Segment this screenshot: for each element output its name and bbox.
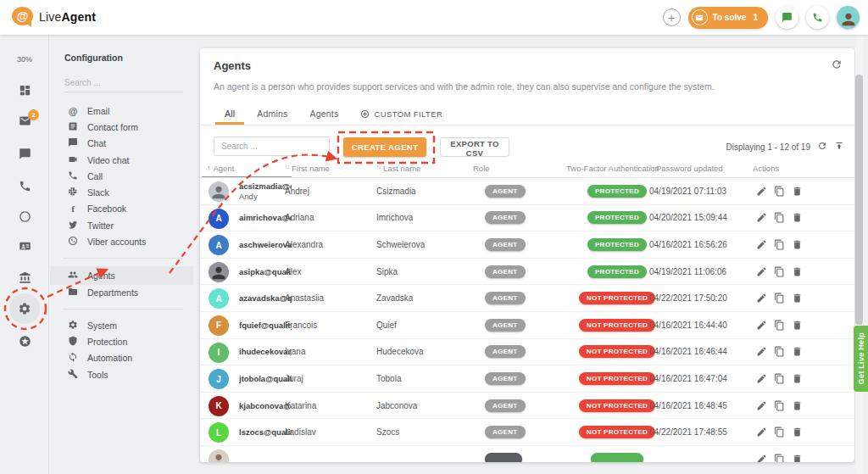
tab-custom-filter[interactable]: CUSTOM FILTER — [349, 103, 453, 125]
user-avatar[interactable] — [837, 6, 860, 29]
edit-agent-button[interactable] — [756, 186, 767, 197]
sidebar-item-email[interactable]: @Email — [50, 103, 193, 119]
sidebar-item-protection[interactable]: Protection — [50, 333, 193, 349]
duplicate-agent-button[interactable] — [774, 373, 785, 384]
delete-agent-button[interactable] — [792, 346, 803, 357]
table-row[interactable]: acsizmadia@qual,AndyAndrejCsizmadiaAGENT… — [200, 178, 854, 205]
duplicate-agent-button[interactable] — [774, 454, 785, 462]
column-header-password-updated[interactable]: ↑↓Password updated — [649, 164, 723, 173]
configuration-gear-button[interactable] — [9, 293, 40, 324]
table-row[interactable]: Llszocs@qualityunLadislavSzocsAGENTNOT P… — [200, 419, 854, 446]
duplicate-agent-button[interactable] — [774, 186, 785, 197]
column-header-last-name[interactable]: ↑↓Last name — [376, 164, 420, 173]
delete-agent-button[interactable] — [792, 400, 803, 411]
sidebar-item-facebook[interactable]: fFacebook — [50, 201, 193, 217]
tab-all[interactable]: All — [214, 103, 246, 125]
agent-email: asipka@qualityun — [239, 259, 292, 285]
sidebar-item-automation[interactable]: Automation — [50, 350, 193, 366]
sidebar-item-system[interactable]: System — [50, 317, 193, 333]
duplicate-agent-button[interactable] — [774, 346, 785, 357]
column-header-first-name[interactable]: ↑↓First name — [285, 164, 330, 173]
academy-icon[interactable] — [0, 271, 49, 284]
edit-agent-button[interactable] — [756, 239, 767, 250]
sidebar-item-label: Twitter — [87, 220, 114, 231]
table-row[interactable]: Kkjabconova@qualKatarinaJabconovaAGENTNO… — [200, 393, 854, 420]
sidebar-item-tools[interactable]: Tools — [50, 366, 193, 382]
duplicate-agent-button[interactable] — [774, 266, 785, 277]
duplicate-agent-button[interactable] — [774, 239, 785, 250]
customers-card-icon[interactable] — [0, 239, 49, 252]
sidebar-item-label: Agents — [87, 270, 115, 281]
delete-agent-button[interactable] — [792, 320, 803, 331]
chats-rail-icon[interactable] — [0, 148, 49, 160]
dashboard-icon[interactable] — [0, 84, 49, 97]
add-new-button[interactable]: + — [663, 8, 681, 26]
edit-agent-button[interactable] — [756, 266, 767, 277]
table-row[interactable]: asipka@qualityunAlexSipkaAGENTPROTECTED0… — [200, 259, 854, 286]
delete-agent-button[interactable] — [792, 212, 803, 223]
tab-agents[interactable]: Agents — [299, 103, 350, 125]
duplicate-agent-button[interactable] — [774, 293, 785, 304]
tickets-icon[interactable]: 2 — [0, 114, 49, 127]
table-row[interactable]: Iihudecekova@quIvanaHudecekovaAGENTNOT P… — [200, 339, 854, 366]
sidebar-item-call[interactable]: Call — [50, 168, 193, 184]
status-circle-icon[interactable] — [0, 210, 49, 223]
export-csv-button[interactable]: EXPORT TO CSV — [440, 137, 509, 157]
table-row[interactable]: Jjtobola@qualityurJurajTobolaAGENTNOT PR… — [200, 365, 854, 393]
table-row[interactable] — [200, 446, 854, 462]
duplicate-agent-button[interactable] — [774, 427, 785, 438]
delete-agent-button[interactable] — [792, 427, 803, 438]
sidebar-item-video-chat[interactable]: Video chat — [50, 152, 193, 168]
edit-agent-button[interactable] — [756, 373, 767, 384]
edit-agent-button[interactable] — [756, 454, 767, 462]
configuration-title: Configuration — [64, 53, 193, 63]
page-scrollbar-thumb[interactable] — [855, 75, 863, 325]
edit-agent-button[interactable] — [756, 320, 767, 331]
table-refresh-icon[interactable] — [817, 139, 827, 154]
table-row[interactable]: Aaimrichova@qualiAdrianaImrichovaAGENTPR… — [200, 205, 854, 232]
sidebar-item-departments[interactable]: Departments — [50, 285, 193, 301]
duplicate-agent-button[interactable] — [774, 320, 785, 331]
edit-agent-button[interactable] — [756, 293, 767, 304]
column-header-agent[interactable]: ↑Agent — [207, 164, 234, 173]
edit-agent-button[interactable] — [756, 400, 767, 411]
liveagent-logo[interactable]: @ LiveAgent — [12, 7, 96, 27]
delete-agent-button[interactable] — [792, 373, 803, 384]
calls-rail-icon[interactable] — [0, 180, 49, 192]
collapse-top-icon[interactable] — [834, 139, 844, 154]
sidebar-item-twitter[interactable]: Twitter — [50, 217, 193, 233]
column-label: Actions — [753, 164, 779, 173]
sidebar-item-agents[interactable]: Agents — [50, 266, 193, 285]
table-search-input[interactable] — [214, 137, 330, 156]
sidebar-item-label: Facebook — [87, 204, 126, 214]
edit-agent-button[interactable] — [756, 212, 767, 223]
delete-agent-button[interactable] — [792, 454, 803, 462]
table-row[interactable]: Ffquief@qualityuniFrancoisQuiefAGENTNOT … — [200, 312, 854, 339]
edit-agent-button[interactable] — [756, 427, 767, 438]
circle-plus-icon — [360, 109, 370, 119]
calls-button[interactable] — [806, 6, 829, 29]
table-row[interactable]: Aazavadska@qualiAnastasiiaZavadskaAGENTN… — [200, 285, 854, 312]
chats-button[interactable] — [776, 6, 798, 29]
sidebar-item-label: System — [87, 321, 117, 331]
table-row[interactable]: Aaschweierova@quAlexandraSchweierovaAGEN… — [200, 231, 854, 259]
delete-agent-button[interactable] — [792, 293, 803, 304]
gamification-star-icon[interactable] — [0, 335, 49, 348]
delete-agent-button[interactable] — [792, 239, 803, 250]
configuration-search-input[interactable] — [64, 76, 183, 92]
create-agent-button[interactable]: CREATE AGENT — [343, 137, 426, 157]
duplicate-agent-button[interactable] — [774, 400, 785, 411]
to-solve-button[interactable]: To solve 1 — [688, 7, 768, 29]
sidebar-item-chat[interactable]: Chat — [50, 136, 193, 152]
edit-agent-button[interactable] — [756, 346, 767, 357]
sidebar-item-viber-accounts[interactable]: Viber accounts — [50, 233, 193, 249]
get-live-help-tab[interactable]: Get Live Help — [854, 326, 868, 392]
refresh-icon[interactable] — [831, 59, 843, 74]
tab-admins[interactable]: Admins — [246, 103, 298, 125]
duplicate-agent-button[interactable] — [774, 212, 785, 223]
delete-agent-button[interactable] — [792, 266, 803, 277]
agent-first-name: Andrej — [285, 178, 309, 204]
sidebar-item-contact-form[interactable]: Contact form — [50, 119, 193, 135]
delete-agent-button[interactable] — [792, 186, 803, 197]
sidebar-item-slack[interactable]: Slack — [50, 184, 193, 200]
